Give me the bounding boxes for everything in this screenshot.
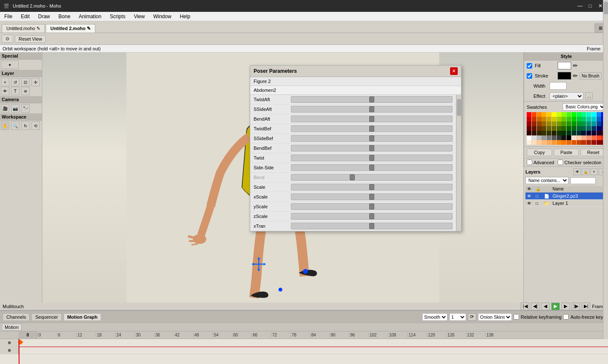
color-cell[interactable] — [586, 131, 591, 135]
param-slider-bendaft[interactable] — [291, 116, 453, 122]
color-cell[interactable] — [527, 117, 531, 121]
timeline-tab-channels[interactable]: Channels — [3, 313, 30, 320]
color-cell[interactable] — [586, 121, 591, 126]
orbit-button[interactable]: ⊙ — [2, 35, 13, 43]
color-cell[interactable] — [561, 121, 566, 126]
color-cell[interactable] — [581, 126, 586, 131]
color-cell[interactable] — [552, 135, 556, 140]
color-cell[interactable] — [572, 126, 576, 131]
checker-selection-label[interactable]: Checker selection — [558, 160, 601, 165]
color-cell[interactable] — [561, 112, 566, 117]
color-cell[interactable] — [547, 131, 551, 135]
color-cell[interactable] — [597, 131, 601, 135]
menu-bone[interactable]: Bone — [54, 13, 75, 20]
color-cell[interactable] — [586, 135, 591, 140]
color-cell[interactable] — [552, 121, 556, 126]
tool-special-1[interactable]: ✦ — [1, 61, 19, 69]
color-cell[interactable] — [577, 135, 581, 140]
tool-move[interactable]: ✛ — [31, 78, 40, 86]
color-cell[interactable] — [591, 112, 596, 117]
loop-button[interactable]: ⟳ — [468, 313, 476, 321]
tool-hand[interactable]: ✋ — [1, 121, 9, 130]
param-thumb-bend[interactable] — [350, 174, 355, 180]
color-cell[interactable] — [547, 140, 551, 145]
color-cell[interactable] — [537, 117, 542, 121]
tool-reset-ws[interactable]: ⟲ — [31, 121, 40, 130]
color-cell[interactable] — [527, 126, 531, 131]
poser-close-button[interactable]: ✕ — [450, 67, 458, 75]
color-cell[interactable] — [557, 131, 561, 135]
layer-eye-icon[interactable]: 👁 — [527, 194, 535, 199]
minimize-button[interactable]: — — [576, 2, 584, 10]
onion-skins-select[interactable]: Onion Skins — [478, 313, 512, 321]
timeline-tab-motion[interactable]: Motion Graph — [64, 313, 102, 320]
timeline-tab-sequencer[interactable]: Sequencer — [31, 313, 61, 320]
menu-view[interactable]: View — [130, 13, 149, 20]
next-frame-button[interactable]: ▶ — [561, 303, 570, 310]
tool-scale[interactable]: ⊡ — [21, 78, 30, 86]
color-cell[interactable] — [532, 112, 536, 117]
tool-eye[interactable]: 👁 — [1, 87, 9, 95]
layer-row-ginger[interactable]: 👁 □ 📄 Ginger2.pz3 — [525, 193, 606, 200]
tool-camera-3[interactable]: 🔭 — [21, 104, 30, 113]
color-cell[interactable] — [581, 140, 586, 145]
swatches-dropdown[interactable]: Basic Colors.png — [563, 103, 606, 110]
color-cell[interactable] — [577, 121, 581, 126]
fill-color-swatch[interactable] — [558, 62, 571, 69]
color-cell[interactable] — [532, 126, 536, 131]
poser-breadcrumb1[interactable]: Figure 2 — [250, 77, 461, 86]
param-thumb-yscale[interactable] — [369, 204, 374, 210]
color-cell[interactable] — [542, 126, 546, 131]
color-cell[interactable] — [532, 140, 536, 145]
color-cell[interactable] — [537, 140, 542, 145]
menu-window[interactable]: Window — [149, 13, 176, 20]
color-cell[interactable] — [557, 126, 561, 131]
color-cell[interactable] — [597, 121, 601, 126]
param-slider-bend[interactable] — [291, 174, 453, 181]
fill-checkbox[interactable] — [527, 63, 532, 69]
no-brush-button[interactable]: No Brush — [580, 72, 602, 80]
color-cell[interactable] — [552, 140, 556, 145]
smooth-select[interactable]: Smooth — [422, 313, 448, 321]
color-cell[interactable] — [581, 112, 586, 117]
color-cell[interactable] — [581, 131, 586, 135]
param-slider-xtran[interactable] — [291, 223, 453, 229]
color-cell[interactable] — [527, 112, 531, 117]
prev-key-button[interactable]: ◀| — [531, 303, 539, 310]
color-cell[interactable] — [586, 112, 591, 117]
param-thumb-scale[interactable] — [369, 184, 374, 190]
param-thumb-twistaft[interactable] — [369, 97, 374, 102]
layers-tool-1[interactable]: 👁 — [573, 168, 581, 175]
color-cell[interactable] — [586, 126, 591, 131]
color-cell[interactable] — [537, 135, 542, 140]
param-slider-twistbef[interactable] — [291, 125, 453, 132]
menu-draw[interactable]: Draw — [34, 13, 54, 20]
name-filter-select[interactable]: Name contains... — [525, 177, 569, 184]
param-slider-scale[interactable] — [291, 184, 453, 190]
color-cell[interactable] — [597, 135, 601, 140]
copy-button[interactable]: Copy — [527, 149, 552, 156]
menu-help[interactable]: Help — [176, 13, 195, 20]
color-cell[interactable] — [572, 131, 576, 135]
effect-options-button[interactable]: … — [585, 92, 593, 100]
color-cell[interactable] — [547, 126, 551, 131]
color-cell[interactable] — [552, 117, 556, 121]
tool-camera-1[interactable]: 🎥 — [1, 104, 9, 113]
layer-eye-icon2[interactable]: 👁 — [527, 201, 535, 206]
color-cell[interactable] — [581, 117, 586, 121]
param-slider-yscale[interactable] — [291, 203, 453, 210]
color-cell[interactable] — [552, 126, 556, 131]
color-cell[interactable] — [567, 117, 571, 121]
tool-add[interactable]: + — [1, 78, 9, 86]
color-cell[interactable] — [577, 126, 581, 131]
color-cell[interactable] — [547, 117, 551, 121]
next-key-button[interactable]: |▶ — [572, 303, 580, 310]
color-cell[interactable] — [561, 117, 566, 121]
color-cell[interactable] — [527, 131, 531, 135]
color-cell[interactable] — [527, 135, 531, 140]
color-cell[interactable] — [567, 126, 571, 131]
color-cell[interactable] — [561, 131, 566, 135]
layer-lock-icon2[interactable]: □ — [536, 201, 543, 206]
param-thumb-zscale[interactable] — [369, 213, 374, 219]
color-cell[interactable] — [557, 112, 561, 117]
